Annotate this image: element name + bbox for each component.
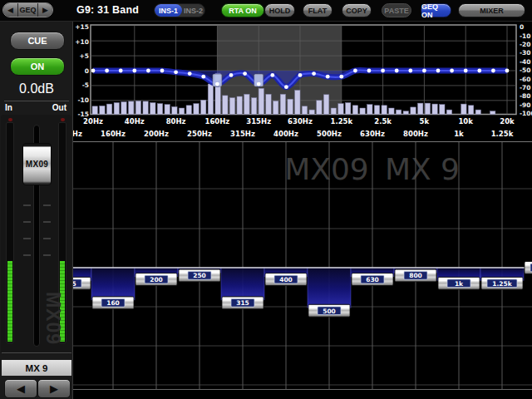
- overview-freq-label: 5k: [420, 117, 430, 126]
- fader-freq-label: 800Hz: [403, 130, 428, 138]
- fader-freq-label: 250Hz: [187, 130, 212, 138]
- fader-freq-label: 125Hz: [73, 130, 82, 138]
- fader-cap-label: 250: [193, 272, 206, 279]
- rta-bar: [114, 103, 119, 115]
- fader-cap-label: 160: [106, 299, 120, 307]
- rta-bar: [461, 104, 466, 114]
- geq-band-fader-1.25k[interactable]: 1.25k: [481, 277, 523, 289]
- tab-ins-1[interactable]: INS-1: [155, 4, 182, 17]
- geq-next-arrow-icon[interactable]: ▶: [38, 3, 52, 17]
- cue-button[interactable]: CUE: [10, 32, 65, 50]
- band-dot-63: [160, 69, 165, 73]
- rta-bar: [490, 111, 495, 115]
- fader-tick: [43, 254, 51, 256]
- rta-bar: [331, 108, 336, 115]
- band-dot-3.15k: [395, 69, 399, 73]
- geq-band-fader-315[interactable]: 315: [222, 297, 264, 309]
- geq-band-fader-200[interactable]: 200: [135, 273, 177, 286]
- rta-bar: [135, 101, 140, 114]
- band-dot-630: [298, 73, 303, 77]
- fader-tick: [23, 254, 31, 256]
- meter-out-label: Out: [52, 103, 66, 112]
- overview-freq-label: 20Hz: [83, 117, 103, 126]
- band-dot-800: [312, 71, 316, 76]
- geq-prev-arrow-icon[interactable]: ◀: [3, 3, 17, 17]
- hold-button[interactable]: HOLD: [264, 3, 295, 17]
- overview-freq-label: 2.5k: [374, 117, 392, 126]
- copy-button[interactable]: COPY: [342, 3, 372, 17]
- rta-bar: [382, 106, 387, 115]
- band-dot-16k: [491, 69, 495, 73]
- geq-band-fader-160[interactable]: 160: [92, 297, 134, 309]
- band-cut-fill-315: [221, 268, 264, 300]
- geq-band-fader-800[interactable]: 800: [395, 269, 436, 282]
- band-dot-400: [270, 73, 274, 77]
- band-dot-200: [229, 73, 234, 77]
- rta-bar: [389, 108, 394, 115]
- divider: [2, 352, 71, 353]
- rta-bar: [338, 104, 343, 115]
- band-dot-40: [132, 69, 136, 73]
- gain-axis-label: +10: [75, 38, 89, 46]
- rta-bar: [374, 106, 379, 115]
- rta-bar: [150, 103, 155, 115]
- rta-bar: [259, 88, 264, 114]
- geq-overview-chart: +15+10+50-5-10-150-10-20-30-40-50-60-70-…: [73, 21, 532, 141]
- overview-freq-label: 20k: [500, 117, 515, 126]
- rta-on-button[interactable]: RTA ON: [221, 3, 264, 17]
- rta-bar: [121, 102, 126, 115]
- geq-band-faders-area: MX09MX 91251602002503154005006308001k1.2…: [73, 141, 532, 399]
- rta-bar: [251, 98, 256, 115]
- band-dot-4k: [408, 69, 412, 73]
- rta-bar: [201, 100, 206, 114]
- band-dot-250: [243, 71, 247, 76]
- gain-axis-label: +5: [79, 52, 89, 60]
- fader-cap-label: 200: [150, 276, 163, 283]
- band-dot-2.5k: [381, 69, 385, 73]
- insert-toggle[interactable]: INS-1 INS-2: [154, 3, 205, 17]
- divider: [4, 101, 69, 101]
- tab-ins-2[interactable]: INS-2: [182, 7, 204, 15]
- fader-gain-readout: 0.0dB: [0, 81, 73, 96]
- prev-channel-button[interactable]: ◀: [4, 379, 37, 398]
- band-dot-31.5: [119, 69, 123, 73]
- geq-band-fader-400[interactable]: 400: [265, 273, 307, 286]
- geq-band-fader-630[interactable]: 630: [352, 273, 393, 286]
- rta-bar: [179, 108, 184, 115]
- geq-band-fader-500[interactable]: 500: [308, 304, 350, 317]
- rta-axis-label: -10: [520, 32, 531, 40]
- fader-freq-label: 1k: [454, 130, 464, 138]
- band-dot-20k: [505, 69, 510, 73]
- rta-bar: [172, 106, 177, 114]
- geq-on-button[interactable]: GEQ ON: [421, 3, 451, 17]
- geq-band-fader-250[interactable]: 250: [179, 269, 220, 282]
- channel-fader-handle[interactable]: MX09: [22, 143, 52, 185]
- rta-bar: [208, 84, 213, 115]
- rta-bar: [346, 103, 351, 115]
- rta-bar: [266, 94, 271, 114]
- rta-bar: [273, 101, 278, 114]
- band-dot-1.25k: [339, 75, 343, 79]
- geq-band-fader-125[interactable]: 125: [73, 277, 91, 289]
- fader-tick: [43, 238, 51, 239]
- gain-axis-label: 0: [85, 67, 89, 75]
- geq-selector[interactable]: ◀ GEQ ▶: [2, 2, 53, 17]
- on-button[interactable]: ON: [10, 57, 65, 76]
- rta-bar: [280, 94, 285, 114]
- overview-freq-label: 80Hz: [166, 117, 186, 126]
- band-dot-6.3k: [436, 69, 441, 73]
- mixer-button[interactable]: MIXER: [458, 3, 525, 17]
- band-dot-500: [284, 85, 288, 89]
- geq-band-fader-1k[interactable]: 1k: [438, 277, 480, 289]
- geq-band-fader-1.6k[interactable]: 1.6k: [525, 262, 532, 274]
- watermark-name: MX 9: [385, 152, 460, 186]
- rta-axis-label: -90: [520, 101, 531, 109]
- next-channel-button[interactable]: ▶: [37, 379, 71, 398]
- flat-button[interactable]: FLAT: [303, 3, 332, 17]
- rta-bar: [309, 110, 314, 114]
- rta-axis-label: -70: [520, 84, 531, 91]
- band-dot-20: [91, 69, 96, 73]
- rta-bar: [317, 101, 322, 115]
- level-meter-in: [6, 122, 14, 343]
- overview-freq-label: 160Hz: [204, 117, 229, 126]
